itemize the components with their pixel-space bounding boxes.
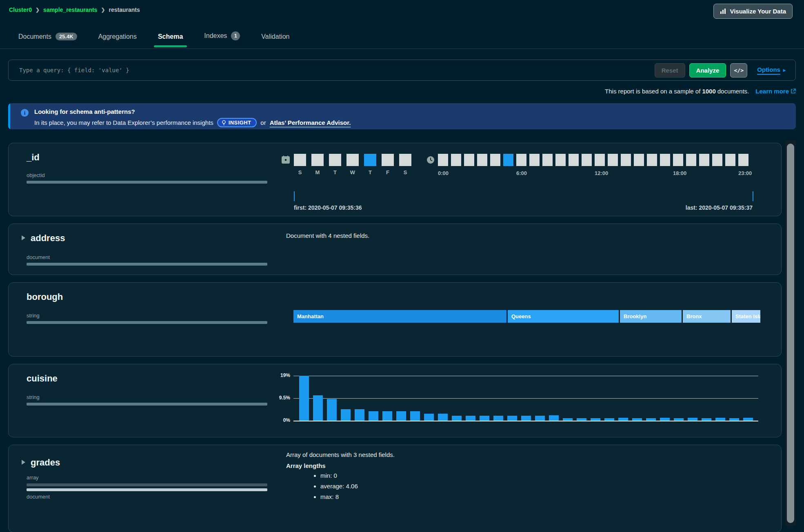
borough-segment-queens[interactable]: Queens: [508, 310, 619, 323]
cuisine-bar-18[interactable]: [549, 415, 559, 421]
vertical-scrollbar-thumb[interactable]: [787, 144, 794, 523]
hour-square-22[interactable]: [725, 154, 735, 166]
export-to-language-button[interactable]: </>: [730, 63, 747, 78]
hour-square-17[interactable]: [660, 154, 670, 166]
cuisine-bar-30[interactable]: [715, 418, 725, 421]
cuisine-bar-2[interactable]: [327, 399, 337, 421]
field-summary: Array of documents with 3 nested fields.: [286, 451, 395, 458]
hour-square-3[interactable]: [477, 154, 487, 166]
weekday-square-6[interactable]: [399, 154, 411, 166]
cuisine-bar-24[interactable]: [632, 418, 642, 421]
hour-square-13[interactable]: [608, 154, 618, 166]
cuisine-bar-0[interactable]: [299, 376, 309, 421]
vertical-scrollbar-track[interactable]: [785, 140, 796, 526]
hour-square-10[interactable]: [569, 154, 579, 166]
cuisine-bar-32[interactable]: [743, 418, 753, 421]
tab-schema[interactable]: Schema: [157, 33, 184, 49]
hour-square-11[interactable]: [582, 154, 592, 166]
cuisine-bar-25[interactable]: [646, 418, 656, 421]
grid-line: [293, 421, 758, 421]
weekday-square-0[interactable]: [294, 154, 306, 166]
analyze-button[interactable]: Analyze: [689, 63, 726, 78]
options-toggle[interactable]: Options ▸: [757, 66, 786, 75]
cuisine-bar-1[interactable]: [313, 395, 323, 421]
hour-square-12[interactable]: [595, 154, 605, 166]
cuisine-bar-5[interactable]: [369, 411, 378, 421]
tab-indexes[interactable]: Indexes1: [203, 31, 241, 49]
hour-square-7[interactable]: [529, 154, 540, 166]
hour-square-4[interactable]: [490, 154, 500, 166]
cuisine-bar-3[interactable]: [341, 409, 351, 421]
weekday-square-1[interactable]: [311, 154, 324, 166]
weekday-label: S: [294, 169, 306, 175]
hour-square-14[interactable]: [621, 154, 631, 166]
hour-square-15[interactable]: [634, 154, 644, 166]
y-axis-tick-label: 0%: [267, 417, 290, 423]
hour-square-8[interactable]: [542, 154, 553, 166]
last-timestamp-tick: [753, 191, 753, 201]
expand-triangle-icon[interactable]: [22, 235, 25, 240]
query-input[interactable]: [19, 67, 655, 73]
hour-square-21[interactable]: [712, 154, 722, 166]
cuisine-bar-15[interactable]: [507, 416, 517, 421]
cuisine-bar-22[interactable]: [604, 418, 614, 421]
tab-documents[interactable]: Documents25.4K: [18, 33, 78, 49]
cuisine-bar-21[interactable]: [591, 418, 600, 421]
expand-triangle-icon[interactable]: [22, 460, 25, 465]
weekday-square-3[interactable]: [346, 154, 359, 166]
cuisine-bar-14[interactable]: [493, 416, 503, 421]
cuisine-bar-10[interactable]: [438, 414, 448, 421]
cuisine-bar-26[interactable]: [660, 418, 670, 421]
borough-segment-bronx[interactable]: Bronx: [683, 310, 731, 323]
borough-segment-brooklyn[interactable]: Brooklyn: [620, 310, 682, 323]
hour-square-9[interactable]: [555, 154, 566, 166]
insight-badge[interactable]: INSIGHT: [217, 118, 257, 127]
hour-tick-label: 18:00: [673, 170, 686, 176]
breadcrumb-item-sample_restaurants[interactable]: sample_restaurants: [43, 7, 97, 13]
borough-segment-staten-island[interactable]: Staten Island: [732, 310, 760, 323]
hour-square-23[interactable]: [738, 154, 748, 166]
breadcrumb-item-cluster0[interactable]: Cluster0: [9, 7, 32, 13]
cuisine-bar-4[interactable]: [355, 409, 364, 421]
tab-aggregations[interactable]: Aggregations: [98, 33, 138, 49]
hour-square-6[interactable]: [516, 154, 526, 166]
hour-square-18[interactable]: [673, 154, 683, 166]
cuisine-bar-7[interactable]: [396, 411, 406, 421]
learn-more-link[interactable]: Learn more: [755, 88, 796, 95]
weekday-square-5[interactable]: [382, 154, 394, 166]
cuisine-bar-17[interactable]: [535, 416, 545, 421]
cuisine-bar-20[interactable]: [577, 418, 586, 421]
hour-square-19[interactable]: [686, 154, 696, 166]
cuisine-bar-8[interactable]: [410, 411, 420, 421]
cuisine-bar-11[interactable]: [452, 416, 462, 421]
hour-square-16[interactable]: [647, 154, 657, 166]
reset-button[interactable]: Reset: [655, 63, 685, 78]
hour-square-0[interactable]: [438, 154, 448, 166]
cuisine-bar-28[interactable]: [688, 418, 697, 421]
banner-connector: or: [260, 119, 266, 126]
hour-square-5[interactable]: [503, 154, 513, 166]
banner-title: Looking for schema anti-patterns?: [34, 108, 788, 115]
cuisine-bar-13[interactable]: [480, 416, 489, 421]
cuisine-bar-6[interactable]: [382, 411, 392, 421]
cuisine-bar-16[interactable]: [521, 416, 531, 421]
weekday-square-4[interactable]: [364, 154, 376, 166]
borough-segment-manhattan[interactable]: Manhattan: [293, 310, 506, 323]
performance-advisor-link[interactable]: Atlas’ Performance Advisor.: [270, 119, 351, 126]
cuisine-bar-19[interactable]: [563, 418, 573, 421]
weekday-histogram: [294, 154, 411, 166]
field-card-cuisine: cuisine string 19%9.5%0%: [8, 364, 782, 437]
cuisine-bar-9[interactable]: [424, 414, 434, 421]
cuisine-bar-29[interactable]: [702, 418, 711, 421]
cuisine-bar-12[interactable]: [466, 416, 475, 421]
hour-square-20[interactable]: [699, 154, 709, 166]
hour-square-1[interactable]: [451, 154, 461, 166]
cuisine-bar-23[interactable]: [618, 418, 628, 421]
field-card-address: address document Document with 4 nested …: [8, 224, 782, 275]
hour-square-2[interactable]: [464, 154, 474, 166]
cuisine-bar-27[interactable]: [674, 418, 684, 421]
visualize-your-data-button[interactable]: Visualize Your Data: [713, 4, 793, 19]
weekday-square-2[interactable]: [329, 154, 341, 166]
cuisine-bar-31[interactable]: [729, 418, 739, 421]
tab-validation[interactable]: Validation: [260, 33, 290, 49]
